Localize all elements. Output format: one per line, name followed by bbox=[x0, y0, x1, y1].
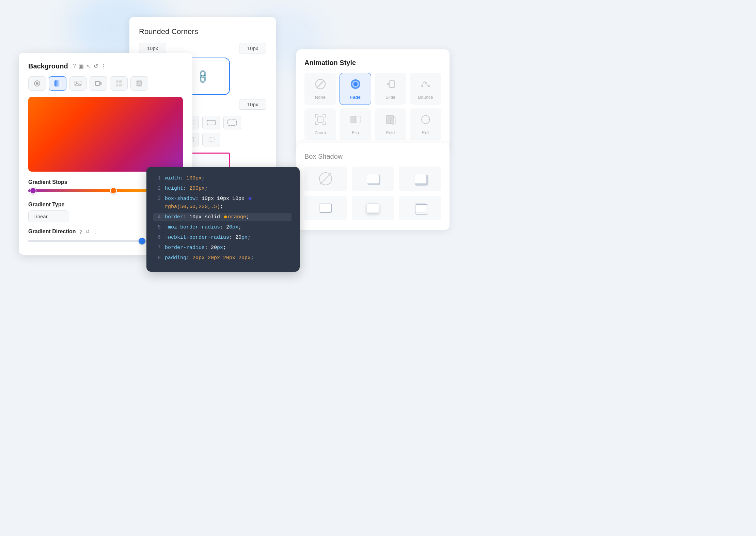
background-icons: ? ▣ ↖ ↺ ⋮ bbox=[73, 63, 106, 69]
bg-type-video[interactable] bbox=[90, 76, 107, 91]
corner-top-left-input[interactable] bbox=[139, 43, 166, 53]
shadow-box-2 bbox=[414, 174, 426, 184]
corner-bottom-input[interactable] bbox=[239, 99, 266, 110]
shadow-outline[interactable] bbox=[399, 196, 441, 220]
shadow-flat[interactable] bbox=[352, 167, 394, 191]
svg-rect-33 bbox=[387, 115, 393, 124]
border-style-outline[interactable] bbox=[223, 116, 241, 129]
link-icon: 🔗 bbox=[194, 68, 211, 84]
code-ln-2: 2 bbox=[155, 185, 161, 193]
anim-fade[interactable]: Fade bbox=[340, 73, 371, 105]
svg-line-22 bbox=[317, 81, 324, 88]
anim-slide-label: Slide bbox=[385, 95, 395, 100]
anim-slide[interactable]: Slide bbox=[375, 73, 406, 105]
direction-undo-icon[interactable]: ↺ bbox=[85, 228, 90, 235]
code-content-8: padding: 20px 20px 20px 20px; bbox=[165, 254, 254, 262]
zoom-icon bbox=[314, 113, 327, 128]
code-line-6: 6 -webkit-border-radius: 20px; bbox=[155, 234, 292, 242]
code-ln-8: 8 bbox=[155, 254, 161, 262]
fade-icon bbox=[349, 78, 362, 93]
code-content-2: height: 200px; bbox=[165, 185, 208, 193]
corner-top-right-input[interactable] bbox=[239, 43, 266, 53]
svg-point-10 bbox=[36, 82, 38, 85]
code-ln-3: 3 bbox=[155, 195, 161, 211]
background-type-row bbox=[28, 76, 183, 91]
code-ln-1: 1 bbox=[155, 174, 161, 183]
slider-thumb[interactable] bbox=[139, 238, 145, 245]
code-content-3: box-shadow: 10px 10px 10px rgba(50,60,23… bbox=[165, 195, 292, 211]
fold-icon bbox=[384, 113, 397, 128]
bg-type-overlay[interactable] bbox=[130, 76, 148, 91]
code-panel: 1 width: 100px; 2 height: 200px; 3 box-s… bbox=[146, 167, 300, 272]
box-shadow-title: Box Shadow bbox=[304, 153, 441, 160]
svg-point-25 bbox=[353, 82, 358, 86]
anim-zoom-label: Zoom bbox=[315, 130, 326, 135]
svg-rect-8 bbox=[208, 138, 214, 142]
corner-top-inputs bbox=[139, 43, 266, 53]
anim-fade-label: Fade bbox=[350, 95, 360, 100]
animation-panel: Animation Style None Fade Slide bbox=[296, 49, 450, 150]
shadow-grid bbox=[304, 167, 441, 220]
gradient-type-value[interactable]: Linear bbox=[28, 210, 69, 222]
bg-type-image[interactable] bbox=[69, 76, 87, 91]
shadow-box-5 bbox=[414, 203, 426, 213]
svg-rect-4 bbox=[228, 120, 237, 125]
background-header: Background ? ▣ ↖ ↺ ⋮ bbox=[28, 62, 183, 70]
bg-type-color[interactable] bbox=[28, 76, 46, 91]
anim-flip[interactable]: Flip bbox=[340, 108, 371, 140]
border-style-solid[interactable] bbox=[202, 116, 220, 129]
svg-rect-17 bbox=[116, 84, 119, 86]
code-line-5: 5 -moz-border-radius: 20px; bbox=[155, 223, 292, 232]
code-ln-7: 7 bbox=[155, 244, 161, 252]
none-icon bbox=[314, 78, 327, 93]
bounce-icon bbox=[420, 78, 432, 93]
svg-rect-14 bbox=[95, 81, 100, 85]
svg-rect-11 bbox=[54, 80, 61, 86]
anim-none[interactable]: None bbox=[304, 73, 336, 105]
anim-flip-label: Flip bbox=[352, 130, 359, 135]
undo-icon[interactable]: ↺ bbox=[94, 63, 98, 69]
box-shadow-panel: Box Shadow bbox=[296, 143, 450, 230]
anim-fold-label: Fold bbox=[386, 130, 395, 135]
svg-rect-32 bbox=[356, 116, 360, 123]
gradient-stop-orange[interactable] bbox=[110, 187, 117, 194]
roll-icon bbox=[420, 113, 432, 128]
more-icon[interactable]: ⋮ bbox=[101, 63, 106, 69]
cursor-icon[interactable]: ↖ bbox=[86, 63, 91, 69]
code-content-5: -moz-border-radius: 20px; bbox=[165, 223, 241, 232]
help-icon[interactable]: ? bbox=[73, 63, 76, 69]
anim-roll[interactable]: Roll bbox=[410, 108, 441, 140]
border-style-inner-4[interactable] bbox=[202, 133, 220, 146]
gradient-direction-label: Gradient Direction bbox=[28, 228, 76, 235]
anim-bounce[interactable]: Bounce bbox=[410, 73, 441, 105]
mobile-icon[interactable]: ▣ bbox=[79, 63, 84, 69]
shadow-none-icon bbox=[319, 172, 332, 185]
gradient-direction-track[interactable] bbox=[28, 240, 161, 242]
gradient-stop-purple[interactable] bbox=[30, 187, 36, 194]
bg-type-pattern[interactable] bbox=[110, 76, 128, 91]
bg-type-gradient[interactable] bbox=[49, 76, 66, 91]
anim-bounce-label: Bounce bbox=[418, 95, 433, 100]
code-line-7: 7 border-radius: 20px; bbox=[155, 244, 292, 252]
svg-rect-26 bbox=[389, 81, 395, 88]
shadow-none[interactable] bbox=[304, 167, 347, 191]
code-ln-4: 4 bbox=[155, 213, 161, 221]
code-content-7: border-radius: 20px; bbox=[165, 244, 226, 252]
anim-fold[interactable]: Fold bbox=[375, 108, 406, 140]
slide-icon bbox=[384, 78, 397, 93]
anim-none-label: None bbox=[315, 95, 326, 100]
code-line-4: 4 border: 10px solid orange; bbox=[153, 213, 292, 221]
direction-more-icon[interactable]: ⋮ bbox=[93, 228, 98, 235]
shadow-heavy[interactable] bbox=[399, 167, 441, 191]
direction-help-icon[interactable]: ? bbox=[79, 229, 82, 235]
svg-rect-16 bbox=[119, 80, 122, 83]
code-ln-6: 6 bbox=[155, 234, 161, 242]
shadow-inset[interactable] bbox=[304, 196, 347, 220]
code-ln-5: 5 bbox=[155, 223, 161, 232]
anim-zoom[interactable]: Zoom bbox=[304, 108, 336, 140]
svg-rect-12 bbox=[75, 81, 81, 86]
svg-rect-3 bbox=[207, 120, 215, 125]
svg-rect-15 bbox=[116, 80, 119, 83]
animation-grid: None Fade Slide Bounce bbox=[304, 73, 441, 140]
shadow-drop[interactable] bbox=[352, 196, 394, 220]
